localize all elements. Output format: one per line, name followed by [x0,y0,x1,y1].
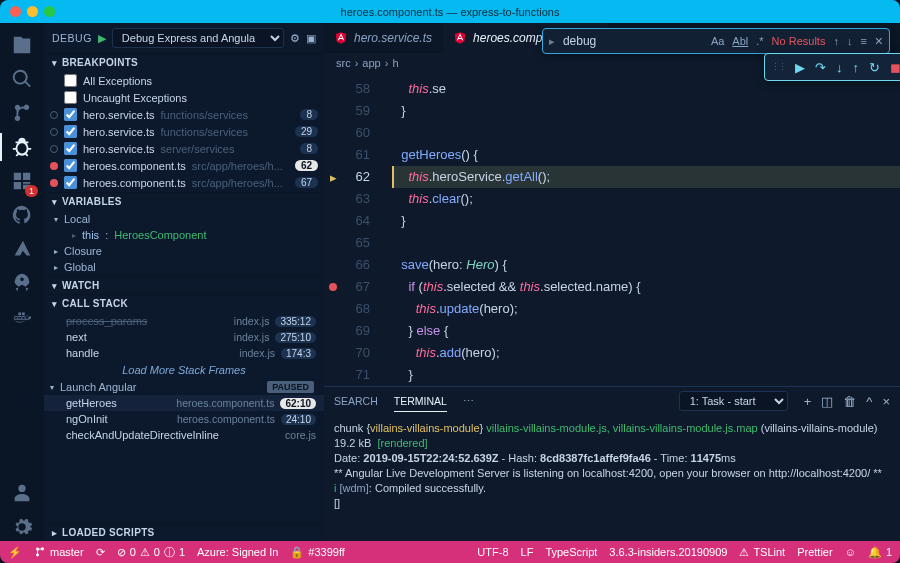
terminal-select[interactable]: 1: Task - start [679,391,788,411]
breakpoint-row[interactable]: hero.service.tsserver/services8 [44,140,324,157]
titlebar: heroes.component.ts — express-to-functio… [0,0,900,23]
prettier-status[interactable]: Prettier [797,546,832,558]
close-panel-button[interactable]: × [882,394,890,409]
tslint-status[interactable]: ⚠ TSLint [739,546,785,559]
github-icon[interactable] [8,201,36,229]
debug-sidebar: DEBUG ▶ Debug Express and Angula ⚙ ▣ ▾BR… [44,23,324,541]
breakpoint-row[interactable]: heroes.component.tssrc/app/heroes/h...67 [44,174,324,191]
breakpoint-row[interactable]: hero.service.tsfunctions/services8 [44,106,324,123]
debug-icon[interactable] [8,133,36,161]
find-toggle-icon[interactable]: ▸ [549,35,555,48]
sync-button[interactable]: ⟳ [96,546,105,559]
thread-header[interactable]: ▾Launch AngularPAUSED [44,379,324,395]
step-over-button[interactable]: ↷ [815,60,826,75]
callstack-section-header[interactable]: ▾CALL STACK [44,295,324,312]
close-find-button[interactable]: × [875,33,883,49]
problems-status[interactable]: ⊘ 0 ⚠ 0 ⓘ 1 [117,545,185,560]
breakpoint-row[interactable]: heroes.component.tssrc/app/heroes/h...62 [44,157,324,174]
variables-section-header[interactable]: ▾VARIABLES [44,193,324,210]
settings-gear-icon[interactable] [8,513,36,541]
toolbar-grip-icon[interactable]: ⋮⋮ [771,62,785,72]
continue-button[interactable]: ▶ [795,60,805,75]
panel-tab-search[interactable]: SEARCH [334,395,378,407]
regex-icon[interactable]: .* [756,35,763,47]
debug-toolbar: ⋮⋮ ▶ ↷ ↓ ↑ ↻ ◼ Launch Angular [764,53,900,81]
debug-settings-icon[interactable]: ⚙ [290,32,300,45]
stop-button[interactable]: ◼ [890,60,900,75]
prev-match-icon[interactable]: ↑ [833,35,839,47]
feedback-icon[interactable]: ☺ [845,546,856,558]
bottom-panel: SEARCH TERMINAL ⋯ 1: Task - start + ◫ 🗑 … [324,386,900,541]
find-widget: ▸ Aa Abl .* No Results ↑ ↓ ≡ × [542,28,890,54]
rocket-icon[interactable] [8,269,36,297]
scope-local[interactable]: ▾Local [44,211,324,227]
watch-section-header[interactable]: ▾WATCH [44,277,324,294]
panel-more-icon[interactable]: ⋯ [463,395,474,407]
notifications-icon[interactable]: 🔔 1 [868,546,892,559]
eol-status[interactable]: LF [521,546,534,558]
match-word-icon[interactable]: Abl [732,35,748,47]
new-terminal-button[interactable]: + [804,394,812,409]
find-input[interactable] [563,34,703,48]
status-bar: ⚡ master ⟳ ⊘ 0 ⚠ 0 ⓘ 1 Azure: Signed In … [0,541,900,563]
stack-frame[interactable]: ngOnInitheroes.component.ts24:10 [44,411,324,427]
step-into-button[interactable]: ↓ [836,60,843,75]
breakpoint-checkbox[interactable] [64,125,77,138]
breakpoint-checkbox[interactable] [64,108,77,121]
sidebar-title: DEBUG [52,32,92,44]
stack-frame[interactable]: handleindex.js174:3 [44,345,324,361]
split-terminal-button[interactable]: ◫ [821,394,833,409]
match-case-icon[interactable]: Aa [711,35,724,47]
encoding-status[interactable]: UTF-8 [477,546,508,558]
loaded-scripts-header[interactable]: ▸LOADED SCRIPTS [44,524,324,541]
stack-frame[interactable]: checkAndUpdateDirectiveInlinecore.js [44,427,324,443]
scope-global[interactable]: ▸Global [44,259,324,275]
search-icon[interactable] [8,65,36,93]
panel-tab-terminal[interactable]: TERMINAL [394,395,447,412]
breakpoint-row[interactable]: hero.service.tsfunctions/services29 [44,123,324,140]
language-status[interactable]: TypeScript [545,546,597,558]
scm-icon[interactable] [8,99,36,127]
tab-hero-service[interactable]: hero.service.ts [324,23,443,53]
breakpoint-checkbox[interactable] [64,159,77,172]
git-branch[interactable]: master [34,546,84,558]
maximize-panel-button[interactable]: ^ [866,394,872,409]
breakpoints-section-header[interactable]: ▾BREAKPOINTS [44,54,324,71]
find-results: No Results [772,35,826,47]
variable-this[interactable]: ▸ this: HeroesComponent [44,227,324,243]
breakpoint-checkbox[interactable] [64,74,77,87]
next-match-icon[interactable]: ↓ [847,35,853,47]
code-editor[interactable]: ▸ 5859606162636465666768697071 this.se }… [324,72,900,386]
account-icon[interactable] [8,479,36,507]
ts-version[interactable]: 3.6.3-insiders.20190909 [609,546,727,558]
breakpoint-row[interactable]: Uncaught Exceptions [44,89,324,106]
color-status[interactable]: 🔒 #3399ff [290,546,345,559]
stack-frame[interactable]: nextindex.js275:10 [44,329,324,345]
extensions-icon[interactable]: 1 [8,167,36,195]
start-debug-button[interactable]: ▶ [98,32,106,45]
debug-console-icon[interactable]: ▣ [306,32,316,45]
breadcrumbs[interactable]: src › app › h getHeroes ⋮⋮ ▶ ↷ ↓ ↑ ↻ ◼ L… [324,53,900,72]
azure-icon[interactable] [8,235,36,263]
debug-config-select[interactable]: Debug Express and Angula [112,28,284,48]
kill-terminal-button[interactable]: 🗑 [843,394,856,409]
remote-indicator[interactable]: ⚡ [8,546,22,559]
breakpoint-checkbox[interactable] [64,91,77,104]
stack-frame[interactable]: process_paramsindex.js335:12 [44,313,324,329]
scope-closure[interactable]: ▸Closure [44,243,324,259]
breakpoint-checkbox[interactable] [64,176,77,189]
stack-frame[interactable]: getHeroesheroes.component.ts62:10 [44,395,324,411]
docker-icon[interactable] [8,303,36,331]
angular-file-icon [334,31,348,45]
azure-status[interactable]: Azure: Signed In [197,546,278,558]
explorer-icon[interactable] [8,31,36,59]
breakpoint-checkbox[interactable] [64,142,77,155]
find-in-selection-icon[interactable]: ≡ [860,35,866,47]
step-out-button[interactable]: ↑ [853,60,860,75]
terminal-output[interactable]: chunk {villains-villains-module} villain… [324,415,900,541]
breakpoint-row[interactable]: All Exceptions [44,72,324,89]
load-more-frames[interactable]: Load More Stack Frames [44,361,324,379]
restart-button[interactable]: ↻ [869,60,880,75]
extensions-badge: 1 [25,185,38,197]
window-title: heroes.component.ts — express-to-functio… [0,6,900,18]
